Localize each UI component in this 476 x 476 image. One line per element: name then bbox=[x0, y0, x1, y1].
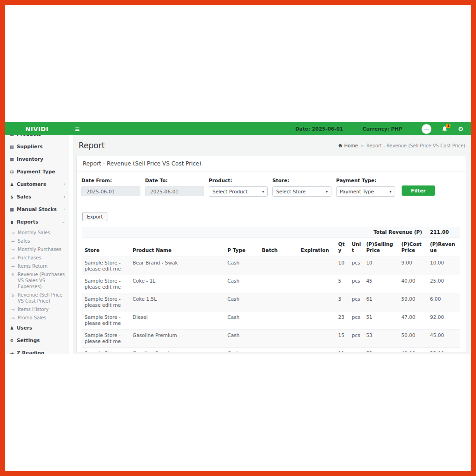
report-table-wrap: Total Revenue (P)211.00StoreProduct Name… bbox=[82, 227, 460, 352]
sidebar-item-suppliers[interactable]: ▤Suppliers bbox=[5, 140, 69, 153]
cell-p-cost-price: 40.00 bbox=[399, 275, 428, 293]
cell-expiration bbox=[298, 293, 336, 311]
cell-p-cost-price: 49.00 bbox=[399, 348, 428, 353]
date-to-input[interactable]: 2025-06-01 bbox=[145, 186, 204, 196]
payment-type-select[interactable]: Payment Type ▾ bbox=[336, 186, 395, 197]
sidebar-item-z-reading[interactable]: →Z Reading bbox=[5, 347, 69, 354]
total-revenue-value: 211.00 bbox=[428, 227, 460, 238]
store-select[interactable]: Select Store ▾ bbox=[272, 186, 331, 197]
cell-unit: pcs bbox=[350, 348, 364, 353]
sidebar-item-items-return[interactable]: →Items Return bbox=[5, 262, 69, 270]
product-label: Product: bbox=[209, 178, 268, 183]
sidebar-item-label: Products bbox=[17, 135, 61, 137]
suppliers-icon: ▤ bbox=[9, 144, 14, 150]
column-header-qty: Qty bbox=[336, 238, 350, 257]
chevron-icon: ‹ bbox=[63, 181, 65, 187]
cell-unit: pcs bbox=[350, 275, 364, 293]
sidebar-item-items-history[interactable]: →Items History bbox=[5, 305, 69, 313]
chevron-down-icon: ▾ bbox=[262, 190, 264, 194]
sidebar-item-settings[interactable]: ⚙Settings bbox=[5, 334, 69, 347]
total-revenue-label: Total Revenue (P) bbox=[82, 227, 428, 238]
table-row: Sample Store - please edit meDieselCash2… bbox=[82, 311, 460, 330]
arrow-right-icon: → bbox=[10, 263, 15, 269]
cell-p-cost-price: 47.00 bbox=[399, 311, 428, 330]
sidebar-item-users[interactable]: ♟Users bbox=[5, 322, 69, 334]
dollar-icon: $ bbox=[9, 194, 14, 200]
gears-icon: ⚙ bbox=[9, 337, 14, 344]
dollar-icon: $ bbox=[10, 271, 15, 278]
sidebar-item-label: Reports bbox=[17, 219, 59, 225]
cell-expiration bbox=[298, 311, 336, 330]
sidebar-item-label: Purchases bbox=[18, 255, 65, 261]
inventory-icon: ▦ bbox=[9, 156, 14, 162]
sidebar-item-customers[interactable]: ♟Customers‹ bbox=[5, 178, 69, 191]
date-from-input[interactable]: 2025-06-01 bbox=[81, 186, 140, 196]
payment-type-label: Payment Type: bbox=[336, 178, 395, 183]
breadcrumb: Home > Report - Revenue (Sell Price VS C… bbox=[338, 143, 465, 148]
sidebar-item-revenue-sell-price-vs-cost-price[interactable]: $Revenue (Sell Price VS Cost Price) bbox=[5, 291, 69, 305]
cell-expiration bbox=[298, 275, 336, 293]
date-from-label: Date From: bbox=[81, 178, 140, 183]
sidebar-item-reports[interactable]: ▮Reports⌄ bbox=[5, 216, 69, 228]
cell-unit: pcs bbox=[350, 330, 364, 348]
cell-expiration bbox=[298, 257, 336, 275]
filter-button[interactable]: Filter bbox=[402, 185, 435, 196]
cell-p-type: Cash bbox=[225, 257, 259, 275]
sidebar-item-label: Items History bbox=[18, 306, 65, 312]
filters-row: Date From: 2025-06-01 Date To: 2025-06-0… bbox=[77, 172, 466, 201]
cell-store: Sample Store - please edit me bbox=[82, 275, 130, 293]
cell-p-selling-price: 53 bbox=[364, 330, 399, 348]
cell-product-name: Gasoline Premium bbox=[130, 330, 225, 348]
sidebar-item-label: Settings bbox=[17, 337, 65, 344]
sidebar-item-products[interactable]: ▦Products‹ bbox=[5, 135, 69, 140]
sidebar-item-revenue-purchases-vs-sales-vs-expenses[interactable]: $Revenue (Purchases VS Sales VS Expenses… bbox=[5, 270, 69, 291]
column-header-unit: Unit bbox=[350, 238, 364, 257]
sidebar-item-label: Revenue (Purchases VS Sales VS Expenses) bbox=[18, 271, 65, 290]
cell-qty: 3 bbox=[336, 293, 350, 311]
breadcrumb-home-link[interactable]: Home bbox=[338, 143, 358, 148]
hamburger-menu-icon[interactable]: ≡ bbox=[75, 126, 80, 132]
dollar-icon: $ bbox=[10, 292, 15, 298]
sidebar-item-payment-type[interactable]: ⊞Payment Type bbox=[5, 165, 69, 178]
column-header-p-selling-price: (P)Selling Price bbox=[364, 238, 399, 257]
cell-batch bbox=[259, 257, 298, 275]
brand-logo[interactable]: NIVIDI bbox=[5, 126, 69, 132]
sidebar-item-manual-stocks[interactable]: ▦Manual Stocks‹ bbox=[5, 203, 69, 216]
cell-p-cost-price: 9.00 bbox=[399, 257, 428, 275]
sidebar-item-label: Items Return bbox=[18, 263, 65, 269]
chevron-icon: ‹ bbox=[63, 206, 65, 212]
sidebar-item-purchases[interactable]: →Purchases bbox=[5, 253, 69, 262]
breadcrumb-separator: > bbox=[360, 143, 364, 148]
sidebar-item-label: Monthly Purchases bbox=[18, 246, 65, 252]
cell-p-type: Cash bbox=[225, 330, 259, 348]
arrow-right-icon: → bbox=[10, 238, 15, 244]
sidebar-item-label: Sales bbox=[18, 238, 65, 244]
cell-product-name: Gasoline Regular bbox=[130, 348, 225, 353]
product-select[interactable]: Select Product ▾ bbox=[209, 186, 268, 197]
currency-label: Currency: PHP bbox=[363, 126, 402, 132]
arrow-right-icon: → bbox=[9, 350, 14, 354]
arrow-right-icon: → bbox=[10, 315, 15, 321]
table-row: Sample Store - please edit meGasoline Re… bbox=[82, 348, 460, 353]
notifications-button[interactable]: 1 bbox=[442, 126, 448, 132]
cell-qty: 15 bbox=[336, 330, 350, 348]
gears-icon[interactable]: ⚙ bbox=[458, 126, 463, 132]
arrow-right-icon: → bbox=[10, 246, 15, 252]
sidebar-item-sales[interactable]: →Sales bbox=[5, 237, 69, 245]
card-title: Report - Revenue (Sell Price VS Cost Pri… bbox=[77, 156, 466, 172]
sidebar-scrollbar-track[interactable] bbox=[69, 135, 73, 354]
user-avatar[interactable] bbox=[422, 124, 431, 134]
export-button[interactable]: Export bbox=[82, 212, 107, 221]
table-row: Sample Store - please edit meCoke 1.5LCa… bbox=[82, 293, 460, 311]
sidebar-item-promo-sales[interactable]: →Promo Sales bbox=[5, 313, 69, 322]
sidebar-item-label: Monthly Sales bbox=[18, 230, 65, 236]
cell-p-selling-price: 51 bbox=[364, 311, 399, 330]
date-to-label: Date To: bbox=[145, 178, 204, 183]
sidebar-item-sales[interactable]: $Sales‹ bbox=[5, 191, 69, 203]
sidebar-item-inventory[interactable]: ▦Inventory bbox=[5, 153, 69, 165]
table-header-row: StoreProduct NameP TypeBatchExpirationQt… bbox=[82, 238, 460, 257]
reports-icon: ▮ bbox=[9, 219, 14, 225]
sidebar-item-monthly-sales[interactable]: →Monthly Sales bbox=[5, 228, 69, 237]
sidebar-item-monthly-purchases[interactable]: →Monthly Purchases bbox=[5, 245, 69, 253]
top-navbar: NIVIDI ≡ Date: 2025-06-01 Currency: PHP … bbox=[5, 122, 471, 135]
